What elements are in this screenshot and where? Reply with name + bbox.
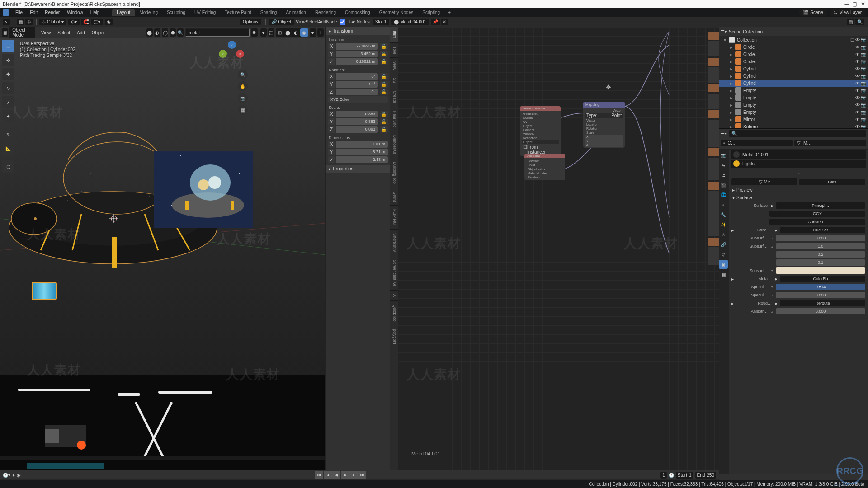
outliner-item[interactable]: ▸Sphere👁📷: [719, 123, 868, 129]
menu-render[interactable]: Render: [41, 10, 63, 15]
prop-render-icon[interactable]: 📷: [719, 150, 728, 160]
pivot-dropdown[interactable]: ⊙▾: [68, 19, 80, 25]
menu-edit[interactable]: Edit: [26, 10, 41, 15]
wireframe-icon[interactable]: ⊞: [276, 28, 284, 37]
material-slot-0[interactable]: Metal 04.001: [731, 150, 866, 159]
preview-panel[interactable]: ▸Preview: [731, 186, 866, 194]
matpreview-icon[interactable]: ◐: [292, 28, 300, 37]
loc-y-field[interactable]: -3.452 m: [336, 51, 378, 57]
current-frame-field[interactable]: 1: [660, 472, 667, 479]
prop-output-icon[interactable]: 🖨: [719, 160, 728, 169]
prop-modifier-icon[interactable]: 🔧: [719, 210, 728, 219]
keyframe-prev-icon[interactable]: ◂: [324, 471, 332, 479]
outliner-item[interactable]: ▸Cylind👁📷: [719, 80, 868, 87]
scene-dropdown[interactable]: Scene: [810, 10, 823, 15]
sidetab-realsno[interactable]: Real Sno: [390, 107, 398, 131]
keyframe-next-icon[interactable]: ▸: [349, 471, 358, 479]
outliner-item[interactable]: ▸Empty👁📷: [719, 108, 868, 116]
sidetab-create[interactable]: Create: [390, 87, 398, 107]
outliner-icon[interactable]: ☰▾: [721, 29, 727, 34]
lock-icon[interactable]: 🔓: [380, 73, 388, 80]
viewlayer-dropdown[interactable]: View Layer: [840, 10, 862, 15]
overlay-toggle[interactable]: ▼: [260, 28, 267, 37]
select-tool-icon[interactable]: ▭: [2, 40, 14, 52]
shading-icon-d[interactable]: ⬣: [170, 28, 176, 37]
transform-tool-icon[interactable]: ✦: [2, 110, 14, 122]
subsurf-r1-field[interactable]: 1.0: [776, 243, 865, 249]
minimize-icon[interactable]: ─: [844, 1, 849, 7]
cursor-icon[interactable]: ↖: [3, 19, 10, 25]
sidetab-grunt[interactable]: Grunt: [390, 188, 398, 206]
spectint-field[interactable]: 0.000: [776, 292, 865, 298]
clock-icon[interactable]: 🕐: [669, 473, 674, 478]
outliner-item[interactable]: ▸Circle👁📷: [719, 43, 868, 51]
outliner-search-icon[interactable]: 🔍: [855, 19, 864, 25]
view3d-view-menu[interactable]: View: [38, 30, 54, 35]
maximize-icon[interactable]: ▢: [852, 1, 857, 7]
select-box-icon[interactable]: ▦: [17, 19, 24, 25]
outliner-item[interactable]: ▸Empty👁📷: [719, 87, 868, 94]
scale-z-field[interactable]: 0.883: [336, 126, 378, 133]
distribution-dropdown[interactable]: GGX: [769, 211, 865, 217]
scale-tool-icon[interactable]: ⤢: [2, 96, 14, 108]
shading-dropdown-icon[interactable]: ▾: [310, 28, 316, 37]
pin-material-icon[interactable]: 📌: [431, 19, 440, 25]
rot-y-field[interactable]: -90°: [336, 81, 378, 88]
timeline-icon[interactable]: 🕐▾: [3, 473, 10, 478]
lock-icon[interactable]: 🔓: [380, 51, 388, 57]
shading-icon-b[interactable]: ◐: [154, 28, 160, 37]
pause-render-icon[interactable]: ⏸: [317, 28, 324, 37]
solid-icon[interactable]: ⬤: [284, 28, 292, 37]
lock-icon[interactable]: 🔓: [380, 126, 388, 133]
lock-icon[interactable]: 🔓: [380, 89, 388, 95]
outliner-item[interactable]: ▸Circle.👁📷: [719, 58, 868, 65]
view3d-select-menu[interactable]: Select: [55, 30, 73, 35]
tab-shading[interactable]: Shading: [256, 9, 282, 16]
tab-animation[interactable]: Animation: [281, 9, 310, 16]
sidetab-screencast[interactable]: Screencast Ke: [390, 256, 398, 291]
aniso-field[interactable]: 0.000: [776, 308, 865, 314]
xray-toggle[interactable]: ⬚: [268, 28, 274, 37]
dim-z-field[interactable]: 2.48 m: [336, 156, 388, 163]
sss-method-dropdown[interactable]: Christen…: [769, 219, 865, 225]
sidetab-quicktoo[interactable]: QuickToo: [390, 301, 398, 326]
cursor-tool-icon[interactable]: ✛: [2, 54, 14, 66]
prop-physics-icon[interactable]: ⚛: [719, 230, 728, 239]
basecolor-link[interactable]: Hue Sat…: [780, 227, 865, 233]
node-add-menu[interactable]: Add: [318, 19, 326, 24]
mesh-data-dropdown[interactable]: ▽ Me: [731, 178, 797, 185]
menu-window[interactable]: Window: [63, 10, 87, 15]
viewport-3d[interactable]: ▭ ✛ ✥ ↻ ⤢ ✦ ✎ 📐 ▢ User Perspective (1) C…: [0, 38, 326, 474]
breadcrumb-mesh[interactable]: M…: [803, 141, 811, 145]
shading-icon-c[interactable]: ◯: [162, 28, 168, 37]
prop-texture-icon[interactable]: ▦: [719, 270, 728, 279]
tab-uv[interactable]: UV Editing: [190, 9, 220, 16]
lock-icon[interactable]: 🔓: [380, 118, 388, 125]
slot-dropdown[interactable]: Slot 1: [373, 19, 390, 25]
mode-dropdown[interactable]: Object Mode: [9, 27, 35, 38]
node-object-info[interactable]: Object Info Location Color Object Index …: [524, 154, 565, 180]
sidetab-a[interactable]: A: [390, 291, 398, 301]
outliner-item[interactable]: ▸Mirror👁📷: [719, 116, 868, 123]
scale-x-field[interactable]: 0.883: [336, 111, 378, 117]
metallic-link[interactable]: ColorRa…: [780, 276, 865, 282]
options-dropdown[interactable]: Options: [240, 19, 261, 25]
roughness-link[interactable]: Reroute: [780, 300, 865, 306]
jump-end-icon[interactable]: ⏭: [358, 471, 366, 479]
prop-viewlayer-icon[interactable]: 🗂: [719, 170, 728, 179]
node-view-menu[interactable]: View: [296, 19, 306, 24]
outliner-filter-dropdown[interactable]: ☰▾: [721, 131, 727, 136]
menu-file[interactable]: File: [12, 10, 26, 15]
subsurface-field[interactable]: 0.000: [776, 235, 865, 241]
view3d-object-menu[interactable]: Object: [89, 30, 108, 35]
use-nodes-checkbox[interactable]: Use Nodes: [340, 19, 369, 25]
rotate-tool-icon[interactable]: ↻: [2, 82, 14, 94]
sidetab-ss[interactable]: SS: [390, 74, 398, 87]
outliner-item[interactable]: ▸Circle.👁📷: [719, 51, 868, 58]
outliner-item[interactable]: ▸Empty👁📷: [719, 94, 868, 101]
unlink-icon[interactable]: ✕: [441, 19, 448, 25]
outliner-search-input[interactable]: 🔍: [729, 130, 866, 137]
proportional-toggle[interactable]: ◉: [105, 19, 113, 25]
sidetab-tool[interactable]: Tool: [390, 43, 398, 58]
prop-constraint-icon[interactable]: 🔗: [719, 240, 728, 249]
